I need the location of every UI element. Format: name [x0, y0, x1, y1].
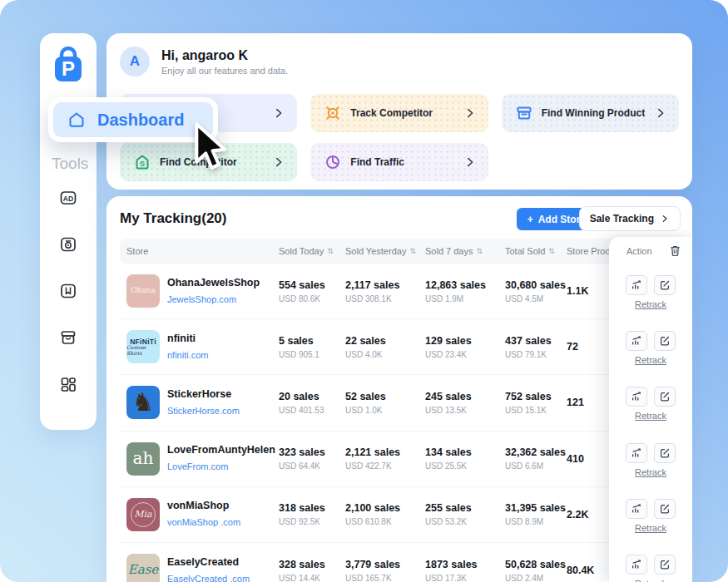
- dashboard-nav-popup[interactable]: Dashboard: [48, 97, 218, 142]
- sold-7days-cell: 134 sales USD 25.5K: [425, 446, 505, 471]
- edit-icon: [659, 447, 671, 459]
- ad-icon: AD: [58, 188, 78, 208]
- chevron-right-icon: [660, 214, 670, 224]
- retrack-link[interactable]: Retrack: [635, 299, 666, 309]
- sold-7days-cell: 255 sales USD 53.2K: [425, 502, 505, 526]
- total-sold-usd: USD 79.1K: [505, 350, 567, 359]
- sold-yesterday-cell: 52 sales USD 1.0K: [345, 391, 425, 415]
- sold-today-value: 323 sales: [279, 446, 345, 458]
- total-sold-value: 30,680 sales: [505, 279, 567, 291]
- sold-yesterday-cell: 2,100 sales USD 610.8K: [345, 502, 425, 526]
- total-sold-value: 31,395 sales: [505, 502, 567, 514]
- sold-today-cell: 554 sales USD 80.6K: [279, 279, 345, 303]
- edit-button[interactable]: [654, 331, 676, 351]
- sale-tracking-button[interactable]: Sale Tracking: [579, 206, 681, 231]
- edit-button[interactable]: [654, 275, 676, 295]
- store-name: LoveFromAuntyHelen: [167, 444, 275, 456]
- sold-today-cell: 323 sales USD 64.4K: [279, 446, 345, 471]
- my-tracking-card: My Tracking(20) + Add Store Sale Trackin…: [106, 196, 692, 582]
- edit-button[interactable]: [654, 387, 676, 407]
- retrack-link[interactable]: Retrack: [635, 579, 666, 582]
- edit-button[interactable]: [654, 443, 676, 463]
- sold-yesterday-value: 2,117 sales: [345, 279, 425, 291]
- col-sold-today[interactable]: Sold Today⇅: [279, 246, 345, 256]
- sold-today-usd: USD 92.5K: [279, 517, 345, 526]
- store-logo-text: ♞: [132, 390, 155, 415]
- edit-icon: [659, 503, 671, 515]
- table-row: Mia vonMiaShop vonMiaShop .com 318 sales…: [120, 487, 681, 543]
- stats-button[interactable]: [626, 443, 647, 463]
- action-cells: Retrack Retrack: [609, 264, 692, 582]
- tracking-title: My Tracking(20): [120, 210, 227, 227]
- sold-yesterday-usd: USD 165.7K: [345, 574, 425, 582]
- apps-grid-icon: [58, 374, 78, 394]
- total-sold-cell: 32,362 sales USD 6.6M: [505, 446, 567, 471]
- delete-all-button[interactable]: [669, 244, 681, 257]
- total-sold-value: 32,362 sales: [505, 446, 567, 458]
- col-sold-7days[interactable]: Sold 7 days⇅: [425, 246, 505, 256]
- action-panel-header: Action: [609, 237, 692, 264]
- quick-action-find-traffic[interactable]: Find Traffic: [310, 143, 488, 181]
- edit-button[interactable]: [654, 499, 676, 519]
- quick-action-find-competitor[interactable]: S Find Competitor: [120, 143, 297, 181]
- avatar[interactable]: A: [120, 47, 150, 76]
- svg-text:AD: AD: [63, 195, 73, 203]
- sidebar-item-track[interactable]: [57, 234, 79, 255]
- sold-yesterday-cell: 2,117 sales USD 308.1K: [345, 279, 425, 303]
- store-logo-text: Mia: [131, 502, 156, 527]
- sold-7days-cell: 12,863 sales USD 1.9M: [425, 279, 505, 303]
- sidebar: P Tools AD: [40, 33, 97, 430]
- product-box-icon: [58, 328, 78, 348]
- stats-button[interactable]: [626, 275, 647, 295]
- stats-button[interactable]: [626, 331, 647, 351]
- edit-button[interactable]: [654, 555, 676, 575]
- retrack-link[interactable]: Retrack: [635, 523, 666, 533]
- table-header: Store Sold Today⇅ Sold Yesterday⇅ Sold 7…: [120, 239, 681, 264]
- sort-icon[interactable]: ⇅: [548, 248, 555, 255]
- quick-action-find-winning-product[interactable]: Find Winning Product: [502, 94, 679, 132]
- sidebar-item-saved[interactable]: [57, 280, 79, 302]
- store-logo-subtext: Custom Shirts: [126, 345, 160, 356]
- edit-icon: [659, 335, 671, 347]
- store-logo: Ohana: [126, 274, 160, 308]
- total-sold-usd: USD 4.5M: [505, 294, 567, 303]
- col-total-sold[interactable]: Total Sold⇅: [505, 246, 567, 256]
- store-domain-link[interactable]: StickerHorse.com: [167, 406, 240, 416]
- store-domain-link[interactable]: JewelsShop.com: [167, 294, 236, 304]
- sold-7days-usd: USD 17.3K: [425, 574, 505, 582]
- sidebar-item-ads[interactable]: AD: [57, 187, 79, 209]
- sold-7days-value: 255 sales: [425, 502, 505, 514]
- stats-chart-icon: [631, 335, 642, 347]
- sort-icon[interactable]: ⇅: [409, 248, 416, 255]
- greeting-block: A Hi, angaroo K Enjoy all our features a…: [120, 47, 288, 76]
- sidebar-item-products[interactable]: [57, 327, 79, 348]
- stats-button[interactable]: [626, 499, 647, 519]
- store-domain-link[interactable]: LoveFrom.com: [167, 461, 228, 471]
- action-panel: Action: [609, 237, 692, 582]
- sold-yesterday-usd: USD 308.1K: [345, 294, 425, 303]
- col-sold-yesterday[interactable]: Sold Yesterday⇅: [345, 246, 425, 256]
- edit-icon: [659, 559, 671, 570]
- sold-yesterday-value: 3,779 sales: [345, 559, 425, 570]
- stats-chart-icon: [631, 279, 642, 291]
- store-cell: Ease EaselyCreated EaselyCreated .com: [120, 554, 279, 582]
- sold-yesterday-cell: 3,779 sales USD 165.7K: [345, 559, 425, 582]
- stats-button[interactable]: [626, 555, 647, 575]
- sidebar-item-apps[interactable]: [57, 373, 79, 395]
- pie-chart-icon: [324, 153, 342, 171]
- sold-7days-value: 245 sales: [425, 391, 505, 402]
- retrack-link[interactable]: Retrack: [635, 467, 666, 477]
- sold-7days-usd: USD 25.5K: [425, 461, 505, 471]
- total-sold-usd: USD 15.1K: [505, 406, 567, 415]
- stats-button[interactable]: [626, 387, 647, 407]
- quick-action-track-competitor[interactable]: Track Competitor: [310, 94, 488, 132]
- store-domain-link[interactable]: vonMiaShop .com: [167, 517, 240, 527]
- app-logo[interactable]: P: [40, 45, 97, 85]
- sort-icon[interactable]: ⇅: [327, 248, 334, 255]
- retrack-link[interactable]: Retrack: [635, 355, 666, 365]
- retrack-link[interactable]: Retrack: [635, 411, 666, 421]
- sort-icon[interactable]: ⇅: [476, 248, 483, 255]
- store-domain-link[interactable]: EaselyCreated .com: [167, 574, 250, 582]
- sold-7days-value: 134 sales: [425, 446, 505, 458]
- store-domain-link[interactable]: nfiniti.com: [167, 350, 209, 360]
